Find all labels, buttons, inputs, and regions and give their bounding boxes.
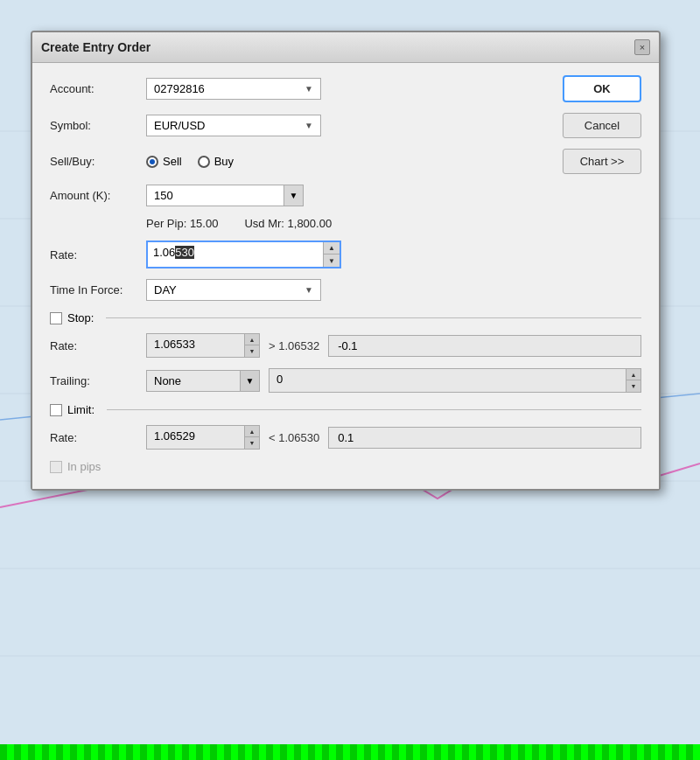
timeinforce-control-area: DAY ▼ <box>146 279 641 301</box>
limit-rate-down[interactable]: ▼ <box>245 437 259 449</box>
rate-row: Rate: 1.06530 ▲ ▼ <box>50 241 641 268</box>
stop-checkbox-wrap: Stop: <box>50 311 94 324</box>
limit-section-row: Limit: <box>50 403 641 416</box>
timeinforce-row: Time In Force: DAY ▼ <box>50 279 641 301</box>
usdmr-value: 1,800.00 <box>288 217 332 230</box>
stop-checkbox[interactable] <box>50 312 62 324</box>
limit-rate-row: Rate: 1.06529 ▲ ▼ < 1.06530 0.1 <box>50 425 641 450</box>
trailing-control: None ▼ 0 ▲ ▼ <box>146 368 641 393</box>
inpips-label: In pips <box>67 460 101 473</box>
buy-label: Buy <box>214 155 234 168</box>
symbol-dropdown-arrow: ▼ <box>304 121 313 130</box>
account-value: 02792816 <box>154 82 205 95</box>
perpip-info: Per Pip: 15.00 Usd Mr: 1,800.00 <box>146 217 641 230</box>
stop-section-row: Stop: <box>50 311 641 324</box>
sell-label: Sell <box>163 155 182 168</box>
dialog-body: Account: 02792816 ▼ OK Symbol: EUR/USD ▼ <box>32 63 659 489</box>
perpip-label: Per Pip: 15.00 <box>146 217 218 230</box>
rate-spinner: ▲ ▼ <box>323 242 340 267</box>
stop-rate-control: 1.06533 ▲ ▼ > 1.06532 -0.1 <box>146 333 641 358</box>
trailing-down[interactable]: ▼ <box>626 380 640 392</box>
amount-dropdown-arrow[interactable]: ▼ <box>284 185 303 206</box>
stop-rate-down[interactable]: ▼ <box>245 345 259 357</box>
rate-control-area: 1.06530 ▲ ▼ <box>146 241 641 268</box>
inpips-checkbox <box>50 461 62 473</box>
symbol-label: Symbol: <box>50 119 146 132</box>
timeinforce-label: Time In Force: <box>50 283 146 296</box>
rate-input[interactable]: 1.06530 <box>148 242 323 267</box>
trailing-up[interactable]: ▲ <box>626 369 640 380</box>
amount-row: Amount (K): 150 ▼ <box>50 185 641 206</box>
radio-group: Sell Buy <box>146 155 234 168</box>
rate-input-wrap[interactable]: 1.06530 ▲ ▼ <box>146 241 341 268</box>
dialog-titlebar: Create Entry Order × <box>32 32 659 63</box>
stop-rate-row: Rate: 1.06533 ▲ ▼ > 1.06532 -0.1 <box>50 333 641 358</box>
account-label: Account: <box>50 82 146 95</box>
limit-rate-control: 1.06529 ▲ ▼ < 1.06530 0.1 <box>146 425 641 450</box>
limit-checkbox-wrap: Limit: <box>50 403 94 416</box>
dialog-title: Create Entry Order <box>41 40 150 54</box>
ok-cancel-chart-buttons: OK <box>563 75 641 102</box>
trailing-value: None <box>147 371 240 391</box>
account-control-area: 02792816 ▼ <box>146 78 545 100</box>
trailing-num-wrap[interactable]: 0 ▲ ▼ <box>269 368 641 393</box>
limit-rate-label: Rate: <box>50 431 146 444</box>
stop-rate-up[interactable]: ▲ <box>245 334 259 345</box>
stop-divider <box>106 317 641 318</box>
account-row: Account: 02792816 ▼ OK <box>50 75 641 102</box>
amount-control-area: 150 ▼ <box>146 185 641 206</box>
cancel-button[interactable]: Cancel <box>563 113 641 138</box>
trailing-label: Trailing: <box>50 374 146 387</box>
trailing-row: Trailing: None ▼ 0 ▲ ▼ <box>50 368 641 393</box>
rate-spinner-down[interactable]: ▼ <box>324 254 340 267</box>
rate-prefix: 1.06 <box>153 246 175 259</box>
limit-rate-spinner-wrap[interactable]: 1.06529 ▲ ▼ <box>146 425 260 450</box>
limit-label: Limit: <box>67 403 94 416</box>
sellbuy-label: Sell/Buy: <box>50 155 146 168</box>
stop-comparison: > 1.06532 <box>269 339 319 352</box>
amount-dropdown[interactable]: 150 ▼ <box>146 185 304 206</box>
buy-radio-circle <box>198 156 210 168</box>
stop-rate-spinner-wrap[interactable]: 1.06533 ▲ ▼ <box>146 333 260 358</box>
stop-label: Stop: <box>67 311 94 324</box>
timeinforce-value: DAY <box>154 283 177 296</box>
trailing-spinner: ▲ ▼ <box>626 369 640 392</box>
stop-rate-spinner: ▲ ▼ <box>244 334 259 357</box>
rate-main-label: Rate: <box>50 248 146 261</box>
sell-radio-circle <box>146 156 158 168</box>
buy-radio[interactable]: Buy <box>198 155 234 168</box>
timeinforce-dropdown[interactable]: DAY ▼ <box>146 279 321 301</box>
usdmr-info: Usd Mr: 1,800.00 <box>244 217 332 230</box>
trailing-dropdown[interactable]: None ▼ <box>146 370 260 392</box>
ok-button[interactable]: OK <box>563 75 641 102</box>
symbol-dropdown[interactable]: EUR/USD ▼ <box>146 115 321 136</box>
timeinforce-dropdown-arrow: ▼ <box>304 285 313 295</box>
limit-divider <box>107 409 641 410</box>
rate-highlighted: 530 <box>175 246 194 259</box>
stop-rate-value: 1.06533 <box>147 334 244 357</box>
perpip-value: 15.00 <box>190 217 219 230</box>
create-entry-order-dialog: Create Entry Order × Account: 02792816 ▼… <box>31 31 661 491</box>
symbol-row: Symbol: EUR/USD ▼ Cancel <box>50 113 641 138</box>
amount-label: Amount (K): <box>50 189 146 202</box>
trailing-num-value: 0 <box>270 369 626 392</box>
chart-button[interactable]: Chart >> <box>563 149 641 174</box>
stop-rate-label: Rate: <box>50 339 146 352</box>
symbol-value: EUR/USD <box>154 119 206 132</box>
sellbuy-control-area: Sell Buy <box>146 155 545 168</box>
inpips-row: In pips <box>50 460 641 473</box>
rate-spinner-up[interactable]: ▲ <box>324 242 340 254</box>
symbol-control-area: EUR/USD ▼ <box>146 115 545 136</box>
account-dropdown-arrow: ▼ <box>304 84 313 94</box>
limit-rate-spinner: ▲ ▼ <box>244 426 259 449</box>
sell-radio[interactable]: Sell <box>146 155 182 168</box>
stop-pip-value: -0.1 <box>328 335 641 357</box>
limit-rate-up[interactable]: ▲ <box>245 426 259 437</box>
limit-comparison: < 1.06530 <box>269 431 319 444</box>
sellbuy-row: Sell/Buy: Sell Buy Chart >> <box>50 149 641 174</box>
account-dropdown[interactable]: 02792816 ▼ <box>146 78 321 100</box>
limit-checkbox[interactable] <box>50 404 62 416</box>
limit-pip-value: 0.1 <box>328 427 641 449</box>
close-button[interactable]: × <box>634 39 650 55</box>
trailing-dropdown-arrow[interactable]: ▼ <box>240 371 259 391</box>
